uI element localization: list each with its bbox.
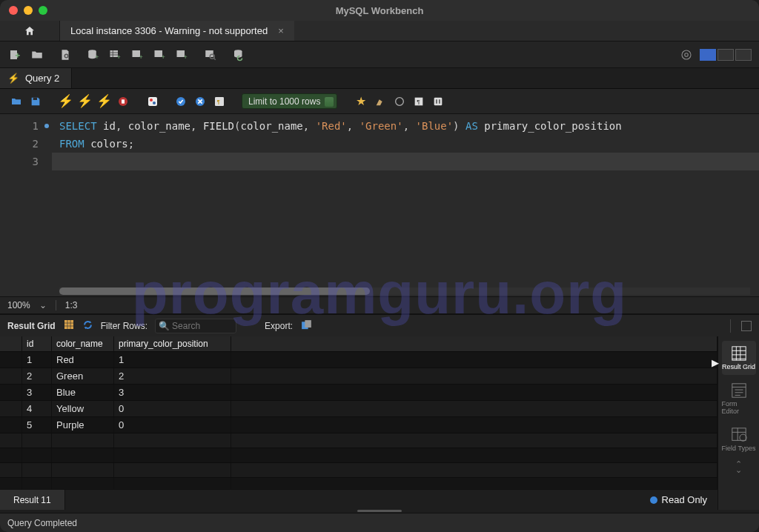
query-toolbar: ⚡ ⚡ ⚡ ¶ Limit to 1000 rows ★ ¶ (0, 89, 759, 114)
layout-bottom-panel-button[interactable] (717, 49, 734, 61)
zoom-level[interactable]: 100% (7, 300, 30, 310)
row-limit-label: Limit to 1000 rows (248, 96, 320, 107)
layout-left-panel-button[interactable] (700, 49, 716, 61)
code-area[interactable]: SELECT id, color_name, FIELD(color_name,… (52, 114, 759, 296)
svg-rect-18 (122, 99, 125, 103)
commit-icon[interactable] (173, 94, 188, 109)
side-form-editor-button[interactable]: Form Editor (722, 378, 756, 419)
table-row[interactable]: 4Yellow0 (0, 401, 717, 417)
query-tab-row: ⚡ Query 2 (0, 68, 759, 89)
settings-icon[interactable] (679, 47, 694, 62)
table-row-empty (0, 463, 717, 478)
side-field-types-button[interactable]: Field Types (722, 422, 756, 456)
svg-text:+: + (117, 53, 121, 61)
wrap-cell-icon[interactable] (741, 321, 752, 331)
table-row[interactable]: 2Green2 (0, 368, 717, 385)
beautify-icon[interactable]: ★ (354, 94, 368, 109)
column-header[interactable]: id (22, 336, 52, 351)
toggle-autocommit-icon[interactable] (145, 94, 160, 109)
collapse-side-icon[interactable]: ▶ (712, 357, 719, 368)
svg-text:¶: ¶ (417, 99, 420, 105)
rollback-icon[interactable] (193, 94, 208, 109)
row-limit-select[interactable]: Limit to 1000 rows (242, 93, 337, 109)
toggle-whitespace-icon[interactable]: ¶ (212, 94, 227, 109)
create-function-icon[interactable]: + (175, 47, 190, 62)
status-bar: Query Completed (0, 513, 759, 532)
open-sql-file-icon[interactable] (30, 47, 44, 62)
search-table-icon[interactable] (203, 47, 218, 62)
table-row-empty (0, 478, 717, 489)
layout-right-panel-button[interactable] (735, 49, 752, 61)
result-tabs-row: Result 11 Read Only (0, 489, 717, 510)
editor-horizontal-scrollbar[interactable] (59, 287, 750, 295)
result-toolbar: Result Grid Filter Rows: 🔍 Export: (0, 314, 759, 336)
window-title: MySQL Workbench (0, 5, 759, 16)
table-row[interactable]: 3Blue3 (0, 385, 717, 401)
svg-text:+: + (184, 53, 188, 61)
new-sql-tab-icon[interactable] (7, 47, 22, 62)
table-row-empty (0, 433, 717, 448)
svg-text:+: + (95, 53, 99, 61)
wrap-icon[interactable]: ¶ (411, 94, 426, 109)
stop-icon[interactable] (116, 94, 130, 109)
create-table-icon[interactable]: + (108, 47, 123, 62)
explain-icon[interactable]: ⚡ (96, 94, 111, 109)
svg-point-26 (396, 97, 404, 105)
export-icon[interactable] (300, 319, 313, 333)
refresh-icon[interactable] (82, 319, 93, 333)
reconnect-icon[interactable] (231, 47, 246, 62)
close-tab-icon[interactable]: × (278, 25, 284, 36)
zoom-chevron-icon[interactable]: ⌄ (39, 300, 47, 310)
read-only-indicator: Read Only (650, 490, 717, 510)
find-icon[interactable] (373, 94, 388, 109)
table-row-empty (0, 448, 717, 463)
table-row[interactable]: 1Red1 (0, 352, 717, 368)
filter-label: Filter Rows: (101, 321, 148, 331)
titlebar: MySQL Workbench (0, 0, 759, 21)
connection-tab[interactable]: Local instance 3306 - Warning - not supp… (59, 21, 294, 41)
open-file-icon[interactable] (9, 94, 24, 109)
export-label: Export: (265, 321, 293, 331)
svg-point-21 (153, 102, 156, 104)
create-procedure-icon[interactable]: + (153, 47, 168, 62)
cursor-position: 1:3 (65, 300, 78, 310)
svg-point-15 (685, 53, 689, 56)
svg-point-20 (150, 99, 153, 102)
execute-icon[interactable]: ⚡ (58, 94, 73, 109)
table-row[interactable]: 5Purple0 (0, 417, 717, 433)
svg-point-14 (682, 50, 691, 59)
snippets-icon[interactable] (431, 94, 445, 109)
result-grid[interactable]: id color_name primary_color_position 1Re… (0, 336, 717, 489)
svg-text:¶: ¶ (217, 98, 220, 104)
main-toolbar: + + + + + (0, 41, 759, 68)
svg-rect-30 (64, 320, 73, 329)
grid-view-icon[interactable] (63, 319, 75, 333)
inspector-icon[interactable] (58, 47, 73, 62)
svg-text:+: + (139, 53, 143, 61)
svg-rect-33 (732, 347, 745, 360)
invisible-chars-icon[interactable] (392, 94, 407, 109)
statement-marker-icon (44, 124, 49, 128)
create-view-icon[interactable]: + (130, 47, 145, 62)
svg-rect-16 (33, 97, 37, 99)
status-text: Query Completed (7, 518, 77, 528)
svg-text:+: + (162, 53, 165, 61)
home-tab[interactable] (0, 21, 59, 41)
connection-tab-row: Local instance 3306 - Warning - not supp… (0, 21, 759, 41)
svg-rect-32 (305, 320, 311, 327)
result-tab[interactable]: Result 11 (0, 490, 65, 510)
svg-rect-11 (205, 50, 213, 57)
svg-rect-29 (434, 97, 443, 105)
execute-current-icon[interactable]: ⚡ (77, 94, 92, 109)
save-file-icon[interactable] (28, 94, 43, 109)
side-scroll-chevrons[interactable]: ⌃⌄ (735, 461, 742, 473)
side-result-grid-button[interactable]: Result Grid (722, 341, 756, 375)
query-tab[interactable]: ⚡ Query 2 (0, 68, 72, 88)
search-icon: 🔍 (159, 321, 170, 331)
sql-editor[interactable]: 1 2 3 SELECT id, color_name, FIELD(color… (0, 114, 759, 296)
result-side-panel: ▶ Result Grid Form Editor Field Types ⌃⌄ (717, 336, 759, 510)
query-tab-label: Query 2 (25, 73, 59, 84)
column-header[interactable]: color_name (52, 336, 114, 351)
create-schema-icon[interactable]: + (86, 47, 101, 62)
column-header[interactable]: primary_color_position (114, 336, 231, 351)
